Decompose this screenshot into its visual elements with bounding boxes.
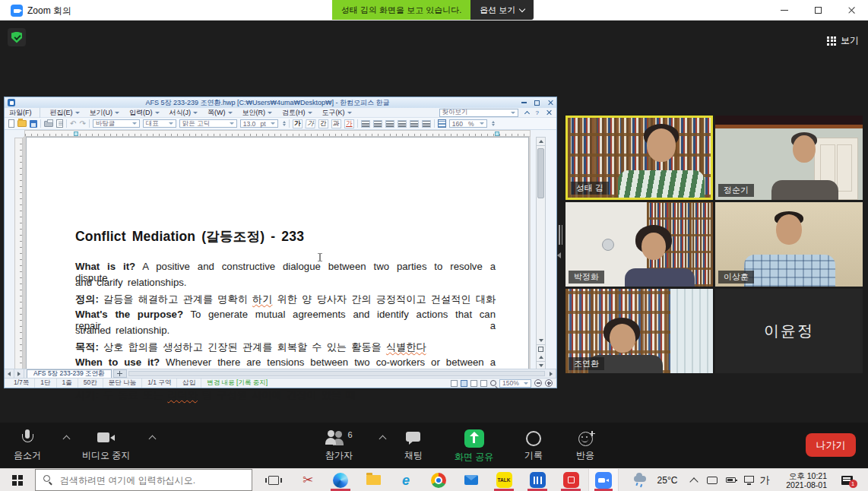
- panel-collapse-icon[interactable]: [557, 252, 561, 258]
- taskbar-search[interactable]: [35, 469, 252, 491]
- document-tab[interactable]: AFS 5장 233-239 조연환: [27, 369, 112, 378]
- blue-app-button[interactable]: [522, 469, 553, 491]
- align-center-button[interactable]: [385, 120, 394, 128]
- edge-button[interactable]: [325, 469, 356, 491]
- hwp-menu-item[interactable]: 파일(F): [9, 108, 40, 118]
- capture-app-button[interactable]: [556, 469, 586, 491]
- hwp-menu-item[interactable]: 쪽(W): [207, 108, 233, 118]
- font-combo[interactable]: 맑은 고딕: [179, 119, 237, 128]
- align-right-button[interactable]: [398, 120, 407, 128]
- video-options-chevron-icon[interactable]: [149, 436, 157, 443]
- close-button[interactable]: [835, 0, 868, 21]
- view-layout-button[interactable]: 보기: [827, 34, 859, 47]
- start-button[interactable]: [0, 469, 35, 491]
- tablet-tray-button[interactable]: [704, 469, 721, 491]
- hwp-status-item[interactable]: 삽입: [177, 379, 201, 388]
- hwp-status-item[interactable]: 1단: [35, 379, 56, 388]
- tab-scroll-left-icon[interactable]: [5, 369, 14, 378]
- snipping-tool-button[interactable]: ✂: [293, 469, 323, 491]
- file-explorer-button[interactable]: [358, 469, 388, 491]
- char-spacing-button[interactable]: 간: [318, 119, 328, 128]
- tray-expand-button[interactable]: [686, 469, 702, 491]
- hwp-menu-item[interactable]: 도구(K): [322, 108, 352, 118]
- align-distribute-button[interactable]: [410, 120, 419, 128]
- print-preview-icon[interactable]: [56, 119, 63, 128]
- zoom-level-combo[interactable]: 150%: [499, 379, 531, 388]
- minimize-button[interactable]: [768, 0, 801, 21]
- line-spacing-icon[interactable]: [438, 119, 446, 128]
- new-document-icon[interactable]: [8, 119, 14, 128]
- audio-options-chevron-icon[interactable]: [63, 436, 71, 443]
- stop-video-button[interactable]: 비디오 중지: [82, 429, 130, 462]
- maximize-button[interactable]: [801, 0, 835, 21]
- document-close-icon[interactable]: [546, 109, 552, 116]
- weather-button[interactable]: [629, 469, 651, 491]
- tab-scroll-right-icon[interactable]: [14, 369, 24, 378]
- view-mode-1-icon[interactable]: [451, 380, 458, 387]
- font-color-button[interactable]: 가: [344, 119, 354, 128]
- leave-meeting-button[interactable]: 나가기: [806, 433, 856, 457]
- scrollbar-thumb[interactable]: [537, 148, 544, 198]
- view-mode-3-icon[interactable]: [470, 380, 477, 387]
- new-tab-button[interactable]: [113, 369, 127, 378]
- network-tray-button[interactable]: [740, 469, 757, 491]
- chat-button[interactable]: 채팅: [404, 429, 423, 462]
- participants-button[interactable]: 6 참가자: [325, 429, 353, 462]
- meeting-security-button[interactable]: [8, 28, 26, 46]
- hwp-minimize-icon[interactable]: [521, 102, 527, 103]
- browse-object-icon[interactable]: [538, 347, 543, 352]
- video-tile-iyunjeong[interactable]: 이윤정: [715, 289, 863, 373]
- align-divide-button[interactable]: [422, 120, 431, 128]
- hwp-close-icon[interactable]: [547, 100, 553, 106]
- paragraph-style-combo[interactable]: 바탕글: [93, 119, 140, 128]
- print-icon[interactable]: [44, 121, 53, 127]
- font-category-combo[interactable]: 대표: [143, 119, 176, 128]
- zoom-out-icon[interactable]: [534, 379, 542, 387]
- line-spacing-spinner[interactable]: [492, 121, 495, 126]
- hwp-search-combo[interactable]: 찾아보기: [439, 109, 518, 117]
- horizontal-scrollbar[interactable]: [128, 371, 545, 376]
- hscroll-right-icon[interactable]: [546, 369, 556, 378]
- prev-page-icon[interactable]: [537, 353, 545, 362]
- video-tile-seongtae-kim[interactable]: 성태 김: [565, 116, 713, 200]
- vertical-ruler[interactable]: [14, 138, 23, 370]
- mail-button[interactable]: [456, 469, 486, 491]
- view-mode-4-icon[interactable]: [480, 380, 487, 387]
- open-folder-icon[interactable]: [17, 120, 27, 127]
- view-mode-2-icon[interactable]: [461, 380, 467, 387]
- hwp-menu-item[interactable]: 보기(U): [90, 108, 120, 118]
- ime-indicator[interactable]: 가: [757, 469, 772, 491]
- scroll-down-icon[interactable]: [537, 337, 545, 345]
- align-justify-button[interactable]: [361, 120, 370, 128]
- share-screen-button[interactable]: 화면 공유: [455, 429, 493, 464]
- notification-center-button[interactable]: 1: [832, 469, 862, 491]
- zoom-taskbar-button[interactable]: [588, 469, 619, 491]
- char-width-button[interactable]: 과: [331, 119, 341, 128]
- italic-button[interactable]: 가: [305, 119, 315, 128]
- hwp-menu-item[interactable]: 서식(J): [169, 108, 198, 118]
- record-button[interactable]: 기록: [524, 429, 543, 462]
- video-tile-parkjeonghwa[interactable]: 박정화: [565, 202, 713, 287]
- bold-button[interactable]: 가: [293, 119, 303, 128]
- participants-chevron-icon[interactable]: [379, 436, 387, 443]
- view-options-button[interactable]: 옵션 보기: [470, 0, 534, 20]
- margin-marker[interactable]: [495, 131, 499, 136]
- hwp-status-item[interactable]: 1/1 구역: [142, 379, 177, 388]
- hwp-status-item[interactable]: 문단 나눔: [103, 379, 142, 388]
- search-input[interactable]: [35, 469, 252, 491]
- zoom-magnifier-icon[interactable]: [490, 380, 496, 386]
- battery-tray-button[interactable]: [722, 469, 739, 491]
- hwp-status-item[interactable]: 1줄: [57, 379, 78, 388]
- hwp-menu-item[interactable]: 보안(R): [242, 108, 273, 118]
- undo-icon[interactable]: ↶: [70, 120, 76, 128]
- align-left-button[interactable]: [373, 120, 382, 128]
- vertical-scrollbar[interactable]: [536, 137, 546, 371]
- indent-marker[interactable]: [74, 131, 78, 136]
- video-tile-joyeonhwan[interactable]: 조연환: [565, 289, 713, 373]
- hwp-status-item[interactable]: 1/7쪽: [8, 379, 35, 388]
- mute-button[interactable]: 음소거: [14, 429, 41, 462]
- save-icon[interactable]: [30, 120, 37, 128]
- hwp-menu-item[interactable]: 검토(H): [282, 108, 312, 118]
- hwp-maximize-icon[interactable]: [534, 100, 540, 106]
- hwp-menu-item[interactable]: 입력(D): [129, 108, 160, 118]
